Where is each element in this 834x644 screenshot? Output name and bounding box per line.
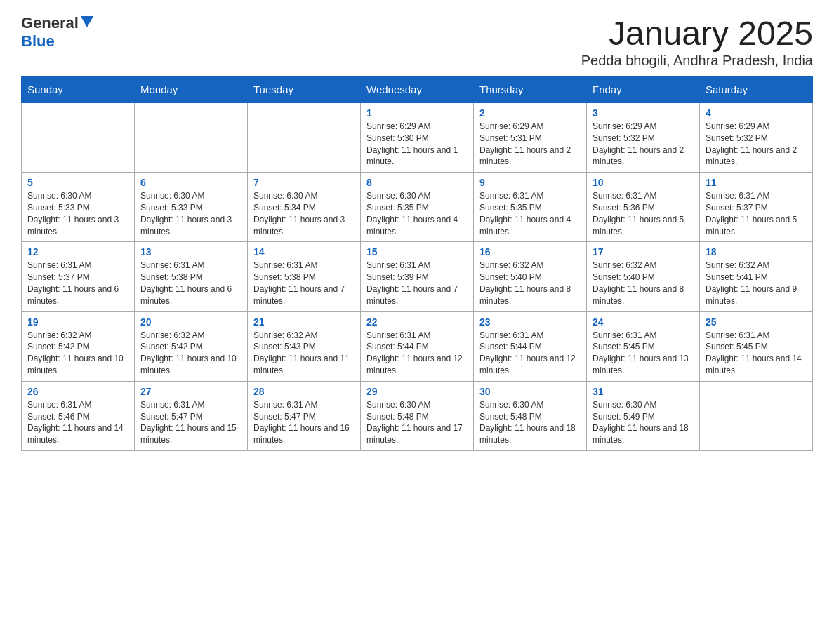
day-info: Sunrise: 6:32 AM Sunset: 5:43 PM Dayligh… xyxy=(253,330,355,377)
logo: General Blue xyxy=(21,14,93,51)
logo-blue-text: Blue xyxy=(21,32,55,51)
logo-general-text: General xyxy=(21,14,79,32)
calendar-cell: 12Sunrise: 6:31 AM Sunset: 5:37 PM Dayli… xyxy=(22,242,135,311)
calendar-cell: 1Sunrise: 6:29 AM Sunset: 5:30 PM Daylig… xyxy=(361,103,474,173)
calendar-week-row: 26Sunrise: 6:31 AM Sunset: 5:46 PM Dayli… xyxy=(22,381,813,450)
calendar-cell: 10Sunrise: 6:31 AM Sunset: 5:36 PM Dayli… xyxy=(587,173,700,242)
calendar-cell: 8Sunrise: 6:30 AM Sunset: 5:35 PM Daylig… xyxy=(361,173,474,242)
day-number: 7 xyxy=(253,177,355,188)
day-info: Sunrise: 6:31 AM Sunset: 5:47 PM Dayligh… xyxy=(253,399,355,446)
day-number: 29 xyxy=(366,386,468,397)
calendar-body: 1Sunrise: 6:29 AM Sunset: 5:30 PM Daylig… xyxy=(22,103,813,451)
calendar-cell: 19Sunrise: 6:32 AM Sunset: 5:42 PM Dayli… xyxy=(22,311,135,381)
day-number: 9 xyxy=(479,177,581,188)
calendar-cell: 28Sunrise: 6:31 AM Sunset: 5:47 PM Dayli… xyxy=(248,381,361,450)
calendar-cell: 5Sunrise: 6:30 AM Sunset: 5:33 PM Daylig… xyxy=(22,173,135,242)
day-number: 19 xyxy=(27,316,128,328)
day-number: 4 xyxy=(706,107,807,119)
day-number: 3 xyxy=(593,107,694,119)
calendar-cell: 14Sunrise: 6:31 AM Sunset: 5:38 PM Dayli… xyxy=(248,242,361,311)
calendar-cell: 13Sunrise: 6:31 AM Sunset: 5:38 PM Dayli… xyxy=(135,242,248,311)
day-number: 31 xyxy=(593,386,694,397)
svg-marker-0 xyxy=(81,16,93,27)
day-of-week-header: Wednesday xyxy=(361,76,474,103)
day-number: 16 xyxy=(479,246,581,257)
day-info: Sunrise: 6:30 AM Sunset: 5:49 PM Dayligh… xyxy=(593,399,694,446)
day-number: 22 xyxy=(366,316,468,328)
day-info: Sunrise: 6:31 AM Sunset: 5:38 PM Dayligh… xyxy=(140,260,241,307)
day-info: Sunrise: 6:29 AM Sunset: 5:32 PM Dayligh… xyxy=(706,121,807,168)
day-of-week-header: Sunday xyxy=(22,76,135,103)
day-number: 27 xyxy=(140,386,241,397)
calendar-cell: 22Sunrise: 6:31 AM Sunset: 5:44 PM Dayli… xyxy=(361,311,474,381)
day-number: 10 xyxy=(593,177,694,188)
calendar-table: SundayMondayTuesdayWednesdayThursdayFrid… xyxy=(21,76,813,451)
calendar-cell: 16Sunrise: 6:32 AM Sunset: 5:40 PM Dayli… xyxy=(474,242,587,311)
day-number: 14 xyxy=(253,246,355,257)
day-number: 6 xyxy=(140,177,241,188)
day-info: Sunrise: 6:31 AM Sunset: 5:38 PM Dayligh… xyxy=(253,260,355,307)
day-number: 21 xyxy=(253,316,355,328)
day-info: Sunrise: 6:31 AM Sunset: 5:37 PM Dayligh… xyxy=(27,260,128,307)
day-info: Sunrise: 6:32 AM Sunset: 5:40 PM Dayligh… xyxy=(593,260,694,307)
day-number: 1 xyxy=(366,107,468,119)
calendar-cell: 7Sunrise: 6:30 AM Sunset: 5:34 PM Daylig… xyxy=(248,173,361,242)
calendar-cell: 15Sunrise: 6:31 AM Sunset: 5:39 PM Dayli… xyxy=(361,242,474,311)
calendar-cell xyxy=(135,103,248,173)
calendar-week-row: 19Sunrise: 6:32 AM Sunset: 5:42 PM Dayli… xyxy=(22,311,813,381)
day-number: 23 xyxy=(479,316,581,328)
day-number: 11 xyxy=(706,177,807,188)
day-number: 8 xyxy=(366,177,468,188)
calendar-cell xyxy=(700,381,813,450)
day-number: 13 xyxy=(140,246,241,257)
calendar-week-row: 1Sunrise: 6:29 AM Sunset: 5:30 PM Daylig… xyxy=(22,103,813,173)
day-number: 30 xyxy=(479,386,581,397)
day-number: 24 xyxy=(593,316,694,328)
days-of-week-row: SundayMondayTuesdayWednesdayThursdayFrid… xyxy=(22,76,813,103)
day-of-week-header: Tuesday xyxy=(248,76,361,103)
calendar-cell: 4Sunrise: 6:29 AM Sunset: 5:32 PM Daylig… xyxy=(700,103,813,173)
calendar-cell: 2Sunrise: 6:29 AM Sunset: 5:31 PM Daylig… xyxy=(474,103,587,173)
day-number: 25 xyxy=(706,316,807,328)
day-info: Sunrise: 6:31 AM Sunset: 5:36 PM Dayligh… xyxy=(593,190,694,237)
day-info: Sunrise: 6:30 AM Sunset: 5:33 PM Dayligh… xyxy=(140,190,241,237)
title-block: January 2025 Pedda bhogili, Andhra Prade… xyxy=(581,14,813,69)
day-number: 20 xyxy=(140,316,241,328)
calendar-cell: 27Sunrise: 6:31 AM Sunset: 5:47 PM Dayli… xyxy=(135,381,248,450)
page-header: General Blue January 2025 Pedda bhogili,… xyxy=(21,14,813,69)
day-info: Sunrise: 6:30 AM Sunset: 5:33 PM Dayligh… xyxy=(27,190,128,237)
calendar-cell: 18Sunrise: 6:32 AM Sunset: 5:41 PM Dayli… xyxy=(700,242,813,311)
day-info: Sunrise: 6:29 AM Sunset: 5:30 PM Dayligh… xyxy=(366,121,468,168)
calendar-cell: 23Sunrise: 6:31 AM Sunset: 5:44 PM Dayli… xyxy=(474,311,587,381)
day-info: Sunrise: 6:32 AM Sunset: 5:42 PM Dayligh… xyxy=(140,330,241,377)
calendar-cell xyxy=(248,103,361,173)
day-number: 26 xyxy=(27,386,128,397)
calendar-cell: 29Sunrise: 6:30 AM Sunset: 5:48 PM Dayli… xyxy=(361,381,474,450)
calendar-cell: 3Sunrise: 6:29 AM Sunset: 5:32 PM Daylig… xyxy=(587,103,700,173)
day-info: Sunrise: 6:31 AM Sunset: 5:44 PM Dayligh… xyxy=(366,330,468,377)
day-number: 17 xyxy=(593,246,694,257)
calendar-cell: 31Sunrise: 6:30 AM Sunset: 5:49 PM Dayli… xyxy=(587,381,700,450)
calendar-cell: 25Sunrise: 6:31 AM Sunset: 5:45 PM Dayli… xyxy=(700,311,813,381)
page-subtitle: Pedda bhogili, Andhra Pradesh, India xyxy=(581,53,813,69)
calendar-cell: 9Sunrise: 6:31 AM Sunset: 5:35 PM Daylig… xyxy=(474,173,587,242)
calendar-cell: 24Sunrise: 6:31 AM Sunset: 5:45 PM Dayli… xyxy=(587,311,700,381)
day-number: 18 xyxy=(706,246,807,257)
day-info: Sunrise: 6:32 AM Sunset: 5:42 PM Dayligh… xyxy=(27,330,128,377)
day-info: Sunrise: 6:31 AM Sunset: 5:37 PM Dayligh… xyxy=(706,190,807,237)
calendar-header: SundayMondayTuesdayWednesdayThursdayFrid… xyxy=(22,76,813,103)
day-info: Sunrise: 6:29 AM Sunset: 5:31 PM Dayligh… xyxy=(479,121,581,168)
calendar-week-row: 5Sunrise: 6:30 AM Sunset: 5:33 PM Daylig… xyxy=(22,173,813,242)
day-info: Sunrise: 6:30 AM Sunset: 5:48 PM Dayligh… xyxy=(366,399,468,446)
day-info: Sunrise: 6:31 AM Sunset: 5:45 PM Dayligh… xyxy=(593,330,694,377)
day-info: Sunrise: 6:31 AM Sunset: 5:35 PM Dayligh… xyxy=(479,190,581,237)
day-number: 2 xyxy=(479,107,581,119)
calendar-cell: 11Sunrise: 6:31 AM Sunset: 5:37 PM Dayli… xyxy=(700,173,813,242)
calendar-cell: 30Sunrise: 6:30 AM Sunset: 5:48 PM Dayli… xyxy=(474,381,587,450)
calendar-cell: 6Sunrise: 6:30 AM Sunset: 5:33 PM Daylig… xyxy=(135,173,248,242)
logo-triangle-icon xyxy=(81,16,93,30)
day-info: Sunrise: 6:31 AM Sunset: 5:46 PM Dayligh… xyxy=(27,399,128,446)
day-info: Sunrise: 6:31 AM Sunset: 5:45 PM Dayligh… xyxy=(706,330,807,377)
day-info: Sunrise: 6:30 AM Sunset: 5:34 PM Dayligh… xyxy=(253,190,355,237)
day-number: 28 xyxy=(253,386,355,397)
